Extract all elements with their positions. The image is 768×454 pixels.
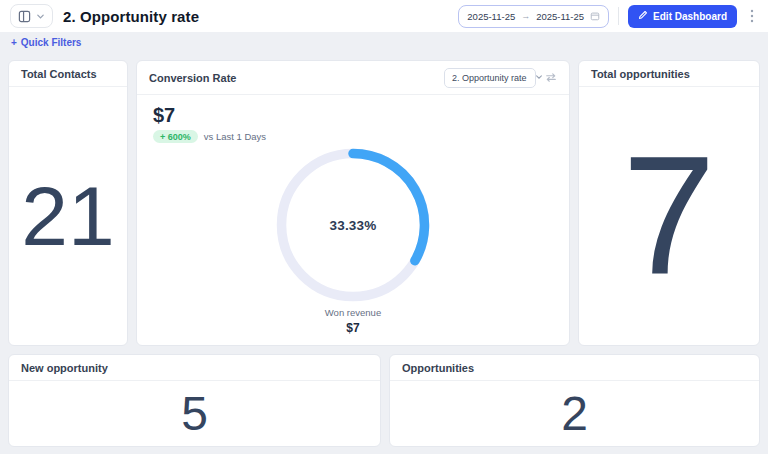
edit-dashboard-label: Edit Dashboard [653,11,727,22]
won-revenue-label: Won revenue [153,307,553,320]
donut-chart: 33.33% [272,144,434,306]
calendar-icon [590,7,600,25]
compare-swap-icon[interactable] [545,72,557,85]
date-arrow-icon: → [521,11,530,21]
opportunities-card: Opportunities 2 [389,354,760,447]
top-bar: 2. Opportunity rate 2025-11-25 → 2025-11… [0,0,768,32]
total-contacts-value: 21 [21,174,114,258]
conversion-footer: Won revenue $7 [153,307,553,337]
delta-badge: + 600% [153,130,198,143]
dashboard-layout-button[interactable] [10,4,53,28]
total-opportunities-value: 7 [622,132,715,300]
date-end[interactable]: 2025-11-25 [536,11,584,22]
conversion-delta-row: + 600% vs Last 1 Days [153,130,553,143]
widgets-row-1: Total Contacts 21 Conversion Rate 2. Opp… [8,60,760,346]
toolbar-divider [618,7,619,25]
quick-filters-button[interactable]: + Quick Filters [11,37,81,48]
total-opportunities-title: Total opportunities [579,61,759,87]
date-start[interactable]: 2025-11-25 [467,11,515,22]
won-revenue-value: $7 [153,320,553,336]
new-opportunity-card: New opportunity 5 [8,354,381,447]
total-opportunities-body: 7 [579,87,759,345]
opportunities-title: Opportunities [390,355,759,381]
total-opportunities-card: Total opportunities 7 [578,60,760,346]
more-options-menu[interactable] [746,8,758,24]
metric-select[interactable]: 2. Opportunity rate [444,68,536,88]
chevron-down-icon [535,73,543,83]
conversion-rate-controls: 2. Opportunity rate [444,68,557,88]
conversion-rate-title: Conversion Rate [149,72,236,84]
dashboard-content: Total Contacts 21 Conversion Rate 2. Opp… [0,53,768,454]
conversion-rate-body: $7 + 600% vs Last 1 Days 33.33% Won [137,95,569,345]
pencil-icon [638,10,648,22]
page-title: 2. Opportunity rate [63,8,199,25]
opportunities-body: 2 [390,381,759,446]
quick-filters-row: + Quick Filters [0,32,768,53]
top-bar-right: 2025-11-25 → 2025-11-25 Edit Dashboard [458,5,758,28]
new-opportunity-title: New opportunity [9,355,380,381]
plus-icon: + [11,37,17,48]
conversion-rate-card: Conversion Rate 2. Opportunity rate [136,60,570,346]
widgets-row-2: New opportunity 5 Opportunities 2 [8,354,760,447]
donut-center-label: 33.33% [272,144,434,306]
date-range-picker[interactable]: 2025-11-25 → 2025-11-25 [458,5,609,28]
edit-dashboard-button[interactable]: Edit Dashboard [628,5,737,28]
delta-caption: vs Last 1 Days [204,131,266,142]
total-contacts-card: Total Contacts 21 [8,60,128,346]
new-opportunity-value: 5 [181,390,208,438]
layout-grid-icon [18,10,31,23]
conversion-amount: $7 [153,104,553,126]
top-bar-left: 2. Opportunity rate [10,4,199,28]
conversion-rate-header: Conversion Rate 2. Opportunity rate [137,61,569,95]
total-contacts-body: 21 [9,87,127,345]
new-opportunity-body: 5 [9,381,380,446]
donut-chart-area: 33.33% [153,143,553,307]
metric-select-value: 2. Opportunity rate [452,73,527,83]
chevron-down-icon [36,12,45,21]
quick-filters-label: Quick Filters [21,37,82,48]
total-contacts-title: Total Contacts [9,61,127,87]
opportunities-value: 2 [561,390,588,438]
